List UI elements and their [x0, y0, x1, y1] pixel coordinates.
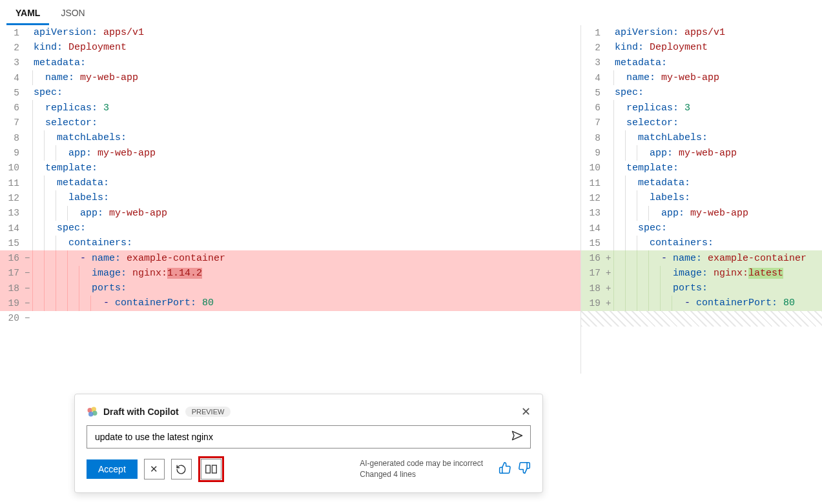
- tab-json[interactable]: JSON: [52, 3, 94, 25]
- code-text: spec:: [637, 223, 667, 234]
- discard-button[interactable]: ✕: [144, 459, 165, 479]
- code-line[interactable]: 17+image: nginx:latest: [581, 266, 822, 281]
- code-line[interactable]: 18−ports:: [0, 281, 581, 296]
- line-number: 16: [581, 253, 606, 263]
- send-icon[interactable]: [511, 429, 524, 445]
- code-text: containers:: [67, 237, 132, 248]
- code-line[interactable]: 13app: my-web-app: [0, 206, 581, 221]
- code-text: labels:: [648, 192, 690, 203]
- code-line[interactable]: 15containers:: [581, 236, 822, 250]
- code-text: containers:: [648, 237, 714, 248]
- copilot-popup: Draft with Copilot PREVIEW ✕ Accept ✕ AI…: [74, 394, 543, 493]
- svg-rect-5: [212, 465, 216, 473]
- code-line[interactable]: 9app: my-web-app: [581, 145, 822, 160]
- code-text: name: my-web-app: [44, 72, 138, 83]
- line-number: 20: [0, 313, 25, 323]
- code-line[interactable]: 17−image: nginx:1.14.2: [0, 266, 581, 281]
- code-text: name: my-web-app: [625, 72, 719, 83]
- code-line[interactable]: 12labels:: [0, 190, 581, 205]
- code-text: - containerPort: 80: [683, 297, 795, 308]
- code-line[interactable]: 16+- name: example-container: [581, 250, 822, 265]
- line-number: 2: [0, 43, 25, 53]
- code-text: - name: example-container: [79, 253, 225, 264]
- code-line[interactable]: 8matchLabels:: [581, 130, 822, 145]
- line-number: 14: [581, 223, 606, 234]
- code-text: labels:: [67, 192, 109, 203]
- code-text: replicas: 3: [625, 103, 690, 114]
- line-number: 6: [581, 103, 606, 113]
- regenerate-button[interactable]: [171, 459, 192, 479]
- prompt-input[interactable]: [94, 431, 511, 443]
- code-line[interactable]: 10template:: [0, 161, 581, 176]
- line-number: 2: [581, 43, 606, 53]
- code-line[interactable]: 1apiVersion: apps/v1: [581, 25, 822, 40]
- code-text: image: nginx:latest: [672, 268, 783, 279]
- code-line[interactable]: 18+ports:: [581, 281, 822, 296]
- diff-pane-original[interactable]: 1apiVersion: apps/v12kind: Deployment3me…: [0, 25, 581, 374]
- code-line[interactable]: 1apiVersion: apps/v1: [0, 25, 581, 40]
- code-line[interactable]: 19+- containerPort: 80: [581, 296, 822, 310]
- line-number: 18: [0, 283, 25, 294]
- line-number: 15: [581, 238, 606, 248]
- code-line[interactable]: 3metadata:: [581, 55, 822, 70]
- toggle-diff-view-button[interactable]: [201, 459, 221, 479]
- code-line[interactable]: 6replicas: 3: [581, 100, 822, 115]
- tab-yaml[interactable]: YAML: [6, 3, 49, 25]
- tabs: YAML JSON: [0, 0, 822, 25]
- line-number: 7: [581, 117, 606, 128]
- line-number: 3: [581, 57, 606, 68]
- code-line[interactable]: 20−: [0, 311, 581, 326]
- code-line[interactable]: 11metadata:: [0, 176, 581, 190]
- code-line[interactable]: 2kind: Deployment: [0, 40, 581, 55]
- line-number: 19: [0, 298, 25, 308]
- diff-pane-modified[interactable]: 1apiVersion: apps/v12kind: Deployment3me…: [581, 25, 822, 374]
- code-text: replicas: 3: [44, 103, 109, 114]
- diff-marker: +: [606, 298, 613, 308]
- code-line[interactable]: 7selector:: [0, 116, 581, 130]
- copilot-title: Draft with Copilot: [103, 407, 179, 417]
- diff-marker: −: [25, 298, 32, 308]
- line-number: 14: [0, 223, 25, 234]
- line-number: 8: [581, 133, 606, 143]
- code-line[interactable]: 5spec:: [0, 85, 581, 100]
- code-line[interactable]: 5spec:: [581, 85, 822, 100]
- code-line[interactable]: 14spec:: [0, 221, 581, 236]
- code-line[interactable]: 19−- containerPort: 80: [0, 296, 581, 310]
- thumbs-up-icon[interactable]: [498, 461, 511, 477]
- code-line[interactable]: 13app: my-web-app: [581, 206, 822, 221]
- code-text: app: my-web-app: [648, 148, 737, 159]
- thumbs-down-icon[interactable]: [518, 461, 531, 477]
- line-number: 19: [581, 298, 606, 308]
- code-line[interactable]: 6replicas: 3: [0, 100, 581, 115]
- code-line[interactable]: 4name: my-web-app: [0, 70, 581, 85]
- code-text: metadata:: [637, 177, 690, 188]
- line-number: 7: [0, 117, 25, 128]
- diff-marker: +: [606, 253, 613, 263]
- accept-button[interactable]: Accept: [87, 459, 138, 479]
- code-line[interactable]: 7selector:: [581, 116, 822, 130]
- code-line[interactable]: 16−- name: example-container: [0, 250, 581, 265]
- code-line[interactable]: 12labels:: [581, 190, 822, 205]
- code-line[interactable]: 15containers:: [0, 236, 581, 250]
- code-line[interactable]: 2kind: Deployment: [581, 40, 822, 55]
- code-text: ports:: [672, 283, 708, 294]
- line-number: 9: [581, 148, 606, 158]
- close-button[interactable]: ✕: [521, 405, 531, 419]
- code-text: spec:: [613, 87, 644, 98]
- line-number: 18: [581, 283, 606, 294]
- code-text: matchLabels:: [637, 132, 708, 143]
- code-line[interactable]: 4name: my-web-app: [581, 70, 822, 85]
- diff-marker: +: [606, 268, 613, 278]
- code-line[interactable]: 3metadata:: [0, 55, 581, 70]
- code-line[interactable]: 9app: my-web-app: [0, 145, 581, 160]
- code-text: kind: Deployment: [613, 42, 708, 53]
- code-line[interactable]: 11metadata:: [581, 176, 822, 190]
- code-line[interactable]: 10template:: [581, 161, 822, 176]
- diff-marker: −: [25, 283, 32, 294]
- code-text: metadata:: [56, 177, 109, 188]
- code-text: kind: Deployment: [32, 42, 127, 53]
- code-text: - name: example-container: [660, 253, 807, 264]
- code-line[interactable]: 14spec:: [581, 221, 822, 236]
- code-line[interactable]: 8matchLabels:: [0, 130, 581, 145]
- line-number: 5: [581, 88, 606, 98]
